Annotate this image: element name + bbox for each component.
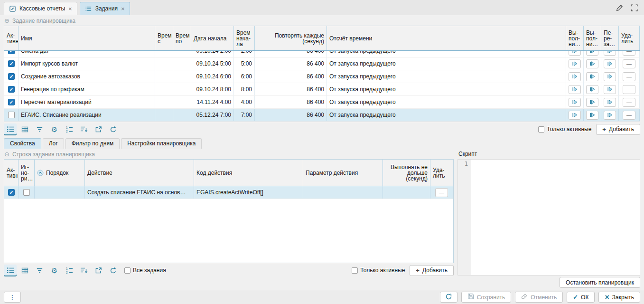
scheduler-table-row[interactable]: Создание автозаказов09.10.24 6:006:0086 … <box>4 70 640 83</box>
run-once-button[interactable] <box>586 72 598 81</box>
all-tasks-checkbox[interactable]: Все задания <box>124 267 166 274</box>
cancel-button[interactable]: Отменить <box>515 292 563 303</box>
column-header[interactable]: Уда- лить <box>619 26 640 50</box>
checkbox-box[interactable] <box>352 267 358 274</box>
column-header[interactable]: Ак- тивн <box>4 26 19 50</box>
open-external-button[interactable] <box>92 124 105 135</box>
taskline-table-body[interactable]: Создать списание ЕГАИС на основ…EGAIS.cr… <box>4 186 454 263</box>
column-header[interactable]: Врем нача- ла <box>234 26 255 50</box>
active-checkbox[interactable] <box>8 112 15 118</box>
close-icon[interactable]: × <box>68 6 72 12</box>
sort-lines-button[interactable] <box>77 124 90 135</box>
table-view-button[interactable] <box>19 124 31 135</box>
delete-row-button[interactable]: — <box>623 111 635 120</box>
column-header[interactable]: Уда- лить <box>430 160 453 186</box>
column-header[interactable]: Порядок <box>35 160 85 186</box>
active-checkbox[interactable] <box>8 86 15 93</box>
run-button[interactable] <box>569 51 581 56</box>
detail-tab[interactable]: Свойства <box>4 138 41 149</box>
ignore-checkbox[interactable] <box>23 189 30 196</box>
main-tab-tasks[interactable]: Задания × <box>80 2 130 15</box>
save-button[interactable]: Сохранить <box>461 292 512 303</box>
collapse-icon[interactable]: ⊖ <box>4 18 9 24</box>
delete-row-button[interactable]: — <box>623 72 635 81</box>
table-view-button[interactable] <box>19 265 31 276</box>
column-header[interactable]: Ак- тивн <box>4 160 19 186</box>
open-external-button[interactable] <box>92 265 105 276</box>
filter-button[interactable] <box>33 124 46 135</box>
run-button[interactable] <box>569 98 581 107</box>
collapse-icon[interactable]: ⊖ <box>4 151 9 157</box>
column-header[interactable]: Действие <box>85 160 194 186</box>
active-checkbox[interactable] <box>8 73 15 80</box>
column-header[interactable]: Параметр действия <box>303 160 383 186</box>
run-button[interactable] <box>569 85 581 94</box>
delete-row-button[interactable]: — <box>623 85 635 94</box>
scheduler-table-body[interactable]: Смена дат09.10.24 2:002:0086 400От запус… <box>4 51 640 122</box>
column-header[interactable]: Врем по <box>173 26 191 50</box>
column-header[interactable]: Отсчёт времени <box>327 26 566 50</box>
add-task-line-button[interactable]: + Добавить <box>410 265 454 276</box>
column-header[interactable]: Имя <box>19 26 155 50</box>
filter-button[interactable] <box>33 265 46 276</box>
repeat-button[interactable] <box>107 124 120 135</box>
taskline-table-row[interactable]: Создать списание ЕГАИС на основ…EGAIS.cr… <box>4 186 453 199</box>
numbered-list-button[interactable]: 12 <box>63 265 75 276</box>
settings-button[interactable]: ⚙ <box>48 124 61 135</box>
detail-tab[interactable]: Лог <box>43 138 64 149</box>
fullscreen-icon[interactable] <box>630 4 638 12</box>
close-icon[interactable]: × <box>121 6 125 12</box>
restart-button[interactable] <box>604 51 616 56</box>
delete-row-button[interactable]: — <box>435 188 448 197</box>
column-header[interactable]: Пе- ре- за… <box>601 26 619 50</box>
only-active-checkbox[interactable]: Только активные <box>352 267 405 274</box>
delete-row-button[interactable]: — <box>623 51 635 56</box>
restart-button[interactable] <box>604 72 616 81</box>
column-header[interactable]: Выполнять не дольше (секунд) <box>383 160 430 186</box>
active-checkbox[interactable] <box>8 60 15 67</box>
settings-button[interactable]: ⚙ <box>48 265 61 276</box>
main-tab-cash-reports[interactable]: Кассовые отчеты × <box>4 2 77 15</box>
restart-button[interactable] <box>604 98 616 107</box>
scheduler-table-row[interactable]: ЕГАИС. Списание реализации05.12.24 7:007… <box>4 109 640 122</box>
numbered-list-button[interactable]: 12 <box>63 124 75 135</box>
refresh-button[interactable] <box>440 292 457 303</box>
repeat-button[interactable] <box>107 265 120 276</box>
delete-row-button[interactable]: — <box>623 98 635 107</box>
scheduler-table-row[interactable]: Генерация по графикам09.10.24 8:008:0086… <box>4 83 640 96</box>
run-once-button[interactable] <box>586 59 598 68</box>
more-button[interactable]: ⋮ <box>4 292 21 303</box>
detail-tab[interactable]: Фильтр по дням <box>65 138 120 149</box>
edit-pencil-icon[interactable] <box>616 4 624 12</box>
restart-button[interactable] <box>604 85 616 94</box>
column-header[interactable]: Вы- пол- ни… <box>584 26 601 50</box>
scheduler-table-row[interactable]: Пересчет материализаций14.11.24 4:004:00… <box>4 96 640 109</box>
run-button[interactable] <box>569 72 581 81</box>
column-header[interactable]: Иг- но- ри… <box>19 160 35 186</box>
checkbox-box[interactable] <box>538 126 544 133</box>
column-header[interactable]: Повторять каждые (секунд) <box>255 26 327 50</box>
active-checkbox[interactable] <box>8 51 15 54</box>
delete-row-button[interactable]: — <box>623 59 635 68</box>
run-once-button[interactable] <box>586 111 598 120</box>
column-header[interactable]: Вы- пол- ни… <box>566 26 584 50</box>
checkbox-box[interactable] <box>124 267 131 274</box>
run-once-button[interactable] <box>586 85 598 94</box>
detail-tab[interactable]: Настройки планировщика <box>121 138 202 149</box>
run-once-button[interactable] <box>586 51 598 56</box>
column-header[interactable]: Врем с <box>155 26 173 50</box>
run-button[interactable] <box>569 59 581 68</box>
scheduler-table-row[interactable]: Импорт курсов валют09.10.24 5:005:0086 4… <box>4 57 640 70</box>
column-header[interactable]: Код действия <box>194 160 303 186</box>
list-view-button[interactable] <box>4 265 17 276</box>
script-code-area[interactable] <box>471 160 640 275</box>
restart-button[interactable] <box>604 111 616 120</box>
only-active-checkbox[interactable]: Только активные <box>538 126 591 133</box>
column-header[interactable]: Дата начала <box>191 26 234 50</box>
list-view-button[interactable] <box>4 124 17 135</box>
ok-button[interactable]: ✓ ОК <box>567 292 595 303</box>
active-checkbox[interactable] <box>8 189 15 196</box>
restart-button[interactable] <box>604 59 616 68</box>
stop-scheduler-button[interactable]: Остановить планировщик <box>560 277 640 288</box>
scheduler-table-row[interactable]: Смена дат09.10.24 2:002:0086 400От запус… <box>4 51 640 57</box>
